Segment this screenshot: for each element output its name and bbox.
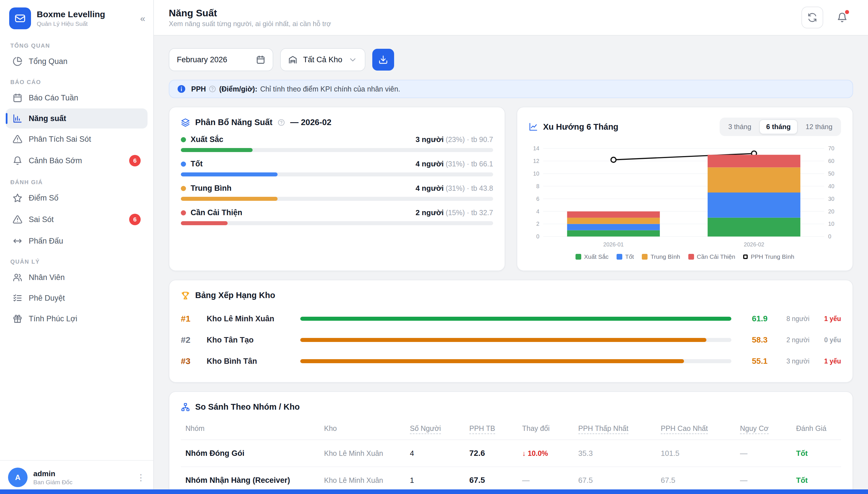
sidebar-item-label: Sai Sót [29,215,54,224]
sidebar-item-phan-tich-sai-sot[interactable]: Phân Tích Sai Sót [6,129,148,149]
svg-text:30: 30 [828,196,834,202]
users-icon [13,272,22,282]
category-stats: 4 người (31%) · tb 66.1 [415,159,493,168]
warehouse-name: Kho Lê Minh Xuân [319,440,405,467]
warehouse-filter[interactable]: Tất Cả Kho [280,48,365,71]
star-icon [13,193,22,203]
column-header-pph-thap-nhat[interactable]: PPH Thấp Nhất [574,420,657,440]
column-header-so-nguoi[interactable]: Số Người [405,420,465,440]
people-count: 2 người [774,336,810,344]
column-header-kho: Kho [319,420,405,440]
filters-toolbar: February 2026 Tất Cả Kho [169,48,853,71]
sidebar-item-phan-dau[interactable]: Phấn Đấu [6,231,148,251]
category-progress-track [181,221,493,225]
category-label: Trung Bình [190,184,232,193]
group-name: Nhóm Đóng Gói [181,440,319,467]
app-title: Boxme Levelling [37,10,105,19]
box-mail-icon [14,13,26,24]
page-title: Năng Suất [169,7,331,19]
notifications-button[interactable] [831,6,853,28]
pph-average: 72.6 [465,440,518,467]
trend-title: Xu Hướng 6 Tháng [543,122,618,132]
charts-row: Phân Bổ Năng Suất — 2026-02 Xuất Sắc3 ng… [169,107,853,271]
range-button-12-thang[interactable]: 12 tháng [799,119,839,134]
comparison-card-header: So Sánh Theo Nhóm / Kho [181,402,841,412]
sidebar-item-tinh-phuc-loi[interactable]: Tính Phúc Lợi [6,309,148,329]
ranking-rows: #1Kho Lê Minh Xuân61.98 người1 yếu#2Kho … [181,308,841,372]
sidebar-item-nang-suat[interactable]: Năng suất [6,109,148,129]
warehouse-filter-value: Tất Cả Kho [303,55,343,64]
svg-text:10: 10 [828,221,834,227]
avatar: A [8,468,27,487]
legend-item-tot: Tốt [616,253,634,260]
category-progress-track [181,148,493,152]
info-banner: PPH (Điểm/giờ): Chỉ tính theo điểm KPI c… [169,80,853,98]
sidebar-item-sai-sot[interactable]: Sai Sót6 [6,209,148,230]
category-progress-track [181,172,493,176]
month-picker[interactable]: February 2026 [169,48,273,71]
app-subtitle: Quản Lý Hiệu Suất [37,20,105,27]
calendar-icon [256,55,265,64]
notification-badge: 6 [129,155,141,166]
sidebar-item-label: Phân Tích Sai Sót [29,135,91,144]
distribution-title: Phân Bổ Năng Suất [195,118,272,127]
refresh-icon [808,13,817,22]
trend-legend: Xuất SắcTốtTrung BìnhCần Cải ThiệnPPH Tr… [529,253,841,260]
info-term: PPH [191,85,206,93]
warehouse-name: Kho Bình Tân [207,357,294,366]
score-bar-fill [300,317,732,321]
sidebar-item-diem-so[interactable]: Điểm Số [6,188,148,208]
sidebar-item-tong-quan[interactable]: Tổng Quan [6,51,148,72]
distribution-row-trung-binh: Trung Bình4 người (31%) · tb 43.8 [181,184,493,201]
trend-card: Xu Hướng 6 Tháng 3 tháng6 tháng12 tháng … [517,107,853,271]
warehouse-icon [288,55,297,64]
user-menu-button[interactable]: ⋮ [136,473,145,482]
nav-section-label-danh-gia: ĐÁNH GIÁ [10,179,143,186]
category-progress-fill [181,221,228,225]
nav-section-label-quan-ly: QUẢN LÝ [10,259,143,265]
user-row[interactable]: A admin Ban Giám Đốc ⋮ [0,460,153,494]
sidebar-collapse-button[interactable]: « [140,14,145,23]
sidebar-item-bao-cao-tuan[interactable]: Báo Cáo Tuần [6,88,148,108]
sidebar-item-nhan-vien[interactable]: Nhân Viên [6,267,148,287]
category-dot [181,137,186,142]
legend-item-trung-binh: Trung Bình [642,253,680,260]
sidebar-item-canh-bao-som[interactable]: Cảnh Báo Sớm6 [6,150,148,172]
bottom-accent-strip [0,489,868,494]
sidebar-nav: TỔNG QUANTổng QuanBÁO CÁOBáo Cáo TuầnNăn… [0,35,153,460]
rank-number: #1 [181,314,200,324]
download-button[interactable] [372,49,394,71]
notification-dot [845,10,849,14]
bell-icon [13,156,22,166]
ranking-title: Bảng Xếp Hạng Kho [195,291,275,300]
sidebar-item-label: Tính Phúc Lợi [29,315,77,323]
svg-text:0: 0 [536,233,539,240]
svg-text:20: 20 [828,208,834,214]
column-header-pph-tb[interactable]: PPH TB [465,420,518,440]
sidebar-item-label: Điểm Số [29,194,58,203]
sidebar-item-phe-duyet[interactable]: Phê Duyệt [6,288,148,308]
distribution-rows: Xuất Sắc3 người (23%) · tb 90.7Tốt4 ngườ… [181,135,493,225]
svg-text:70: 70 [828,145,834,151]
svg-text:2: 2 [536,221,539,227]
gift-icon [13,314,22,324]
svg-text:4: 4 [536,208,539,214]
alert-triangle-icon [13,214,22,224]
question-circle-icon [209,85,216,93]
svg-text:6: 6 [536,196,539,202]
range-button-6-thang[interactable]: 6 tháng [759,119,797,134]
column-header-pph-cao-nhat[interactable]: PPH Cao Nhất [656,420,735,440]
ranking-card-header: Bảng Xếp Hạng Kho [181,291,841,300]
refresh-button[interactable] [801,6,823,28]
category-progress-fill [181,148,253,152]
change-value: ↓ 10.0% [522,449,548,457]
category-stats: 4 người (31%) · tb 43.8 [415,184,493,193]
trend-chart: 024681012140102030405060702026-012026-02 [529,144,841,251]
sidebar-item-label: Phê Duyệt [29,294,65,303]
weak-count: 1 yếu [816,358,841,365]
category-label: Xuất Sắc [190,135,223,144]
score-value: 55.1 [738,357,768,366]
range-button-3-thang[interactable]: 3 tháng [721,119,758,134]
column-header-nguy-co[interactable]: Nguy Cơ [735,420,792,440]
main-area: Năng Suất Xem năng suất từng người, ai g… [154,0,868,494]
